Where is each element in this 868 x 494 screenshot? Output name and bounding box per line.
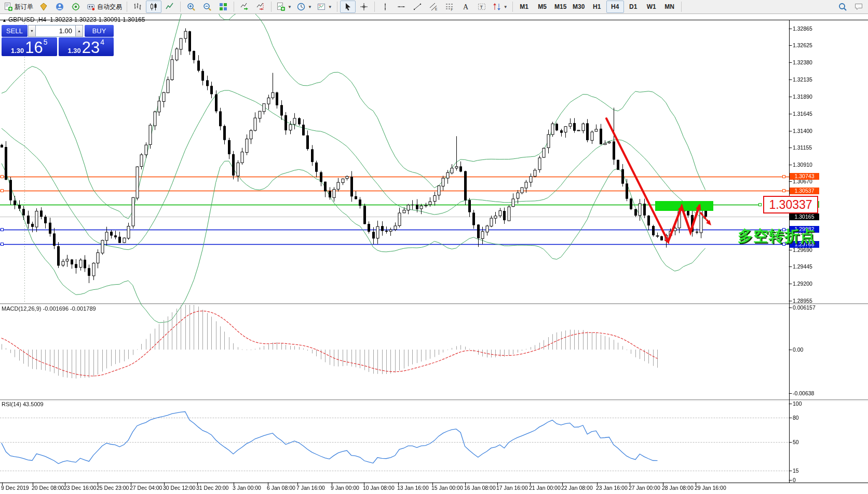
new-order-button[interactable]: 新订单 xyxy=(2,1,35,13)
zoom-in-icon xyxy=(186,2,196,11)
rsi-axis-label: 50 xyxy=(793,439,799,445)
depth-icon xyxy=(71,2,80,11)
tf-mn-button[interactable]: MN xyxy=(661,1,679,13)
sell-button[interactable]: SELL xyxy=(2,25,28,37)
indicators-button[interactable]: ▼ xyxy=(274,1,294,13)
buy-price-main: 23 xyxy=(82,41,100,55)
chart-symbol-title: GBPUSD-,H4 xyxy=(8,16,46,23)
toolbar-separator xyxy=(374,2,375,12)
time-axis-label: 10 Jan 08:00 xyxy=(363,485,395,491)
tf-m1-button[interactable]: M1 xyxy=(516,1,533,13)
fibonacci-button[interactable]: F xyxy=(442,1,457,13)
tf-h4-button[interactable]: H4 xyxy=(606,1,624,13)
auto-scroll-button[interactable] xyxy=(237,1,252,13)
rsi-axis-label: 0 xyxy=(793,477,796,483)
community-button[interactable] xyxy=(52,1,67,13)
chevron-down-icon: ▼ xyxy=(504,5,508,9)
price-axis-badge: 1.30165 xyxy=(790,213,819,220)
chart-canvas[interactable] xyxy=(0,0,868,494)
svg-text:F: F xyxy=(451,8,453,11)
line-chart-button[interactable] xyxy=(162,1,178,13)
shift-icon xyxy=(256,2,265,11)
time-axis-label: 9 Jan 00:00 xyxy=(331,485,359,491)
market-depth-button[interactable] xyxy=(68,1,84,13)
tf-m30-button[interactable]: M30 xyxy=(570,1,588,13)
chevron-down-icon: ▼ xyxy=(328,5,332,9)
main-toolbar: 新订单自动交易▼▼▼EFAT▼M1M5M15M30H1H4D1W1MN xyxy=(0,0,868,14)
toolbar-separator xyxy=(681,2,682,12)
chevron-down-icon: ▼ xyxy=(308,5,312,9)
chat-button[interactable] xyxy=(851,1,866,13)
community-icon xyxy=(55,2,64,11)
label-button[interactable]: T xyxy=(474,1,490,13)
search-icon xyxy=(838,2,847,11)
price-axis-label: 1.31890 xyxy=(793,94,812,100)
time-axis-label: 20 Dec 08:00 xyxy=(32,485,64,491)
price-axis-label: 1.31400 xyxy=(793,128,812,134)
tf-h1-button[interactable]: H1 xyxy=(588,1,606,13)
time-axis-label: 29 Jan 16:00 xyxy=(695,485,726,491)
tf-d1-button-label: D1 xyxy=(629,3,637,10)
tf-m5-button[interactable]: M5 xyxy=(534,1,551,13)
horizontal-line-button[interactable] xyxy=(394,1,409,13)
tile-icon xyxy=(219,2,228,11)
price-callout-label[interactable]: 1.30337 xyxy=(763,196,818,213)
rsi-value: 43.5009 xyxy=(23,401,44,407)
time-axis-label: 17 Jan 16:00 xyxy=(496,485,528,491)
sell-price-prefix: 1.30 xyxy=(11,47,24,55)
time-axis-label: 22 Jan 08:00 xyxy=(561,485,593,491)
price-axis-label: 1.32380 xyxy=(793,59,812,65)
buy-button[interactable]: BUY xyxy=(85,25,114,37)
macd-axis-label: 0.006157 xyxy=(793,304,816,311)
cursor-button[interactable] xyxy=(340,1,356,13)
zoom-out-button[interactable] xyxy=(199,1,215,13)
time-axis-label: 30 Dec 12:00 xyxy=(163,485,195,491)
price-axis-label: 1.32625 xyxy=(793,42,812,48)
trendline-button[interactable] xyxy=(410,1,425,13)
svg-text:T: T xyxy=(480,5,483,10)
one-click-panel-toggle-icon[interactable]: ▲ xyxy=(2,18,7,23)
time-axis-label: 7 Jan 16:00 xyxy=(296,485,325,491)
toolbar-separator xyxy=(180,2,181,12)
zoom-out-icon xyxy=(202,2,212,11)
time-axis-label: 31 Dec 20:00 xyxy=(196,485,228,491)
candles-chart-button[interactable] xyxy=(146,1,161,13)
tf-w1-button[interactable]: W1 xyxy=(643,1,660,13)
sell-price-box[interactable]: 1.30165 xyxy=(2,37,57,56)
gold-button[interactable] xyxy=(36,1,51,13)
tf-mn-button-label: MN xyxy=(664,3,674,10)
chart-header: ▲GBPUSD-,H4 1.30223 1.30223 1.30091 1.30… xyxy=(2,16,145,23)
tf-m15-button[interactable]: M15 xyxy=(552,1,569,13)
channel-button[interactable]: E xyxy=(426,1,441,13)
algo-icon xyxy=(86,2,96,11)
chart-shift-button[interactable] xyxy=(253,1,268,13)
toolbar-separator xyxy=(234,2,234,12)
bars-chart-button[interactable] xyxy=(130,1,145,13)
volume-input[interactable] xyxy=(36,25,75,37)
svg-text:E: E xyxy=(435,7,438,11)
buy-price-box[interactable]: 1.30234 xyxy=(59,37,114,56)
tile-windows-button[interactable] xyxy=(215,1,231,13)
zoom-in-button[interactable] xyxy=(183,1,199,13)
volume-decrease-button[interactable]: ▼ xyxy=(28,25,36,37)
templates-button[interactable]: ▼ xyxy=(315,1,334,13)
new-order-icon xyxy=(4,2,13,11)
algo-trading-button[interactable]: 自动交易 xyxy=(84,1,124,13)
tf-d1-button[interactable]: D1 xyxy=(625,1,642,13)
price-axis-label: 1.29445 xyxy=(793,263,812,270)
rsi-axis-label: 100 xyxy=(793,400,802,407)
vertical-line-button[interactable] xyxy=(377,1,393,13)
periods-button[interactable]: ▼ xyxy=(294,1,314,13)
tf-m15-button-label: M15 xyxy=(554,3,566,10)
turning-point-text[interactable]: 多空转折点 xyxy=(738,226,816,247)
tf-m5-button-label: M5 xyxy=(538,3,547,10)
text-button[interactable]: A xyxy=(458,1,473,13)
arrows-button[interactable]: ▼ xyxy=(490,1,510,13)
macd-axis-label: 0.00 xyxy=(793,346,803,353)
search-button[interactable] xyxy=(835,1,850,13)
rsi-axis-label: 15 xyxy=(793,468,799,474)
one-click-trading-panel: SELL ▼ ▲ BUY 1.30165 1.30234 xyxy=(2,25,114,56)
bars-icon xyxy=(133,2,142,11)
crosshair-button[interactable] xyxy=(356,1,372,13)
volume-increase-button[interactable]: ▲ xyxy=(75,25,83,37)
